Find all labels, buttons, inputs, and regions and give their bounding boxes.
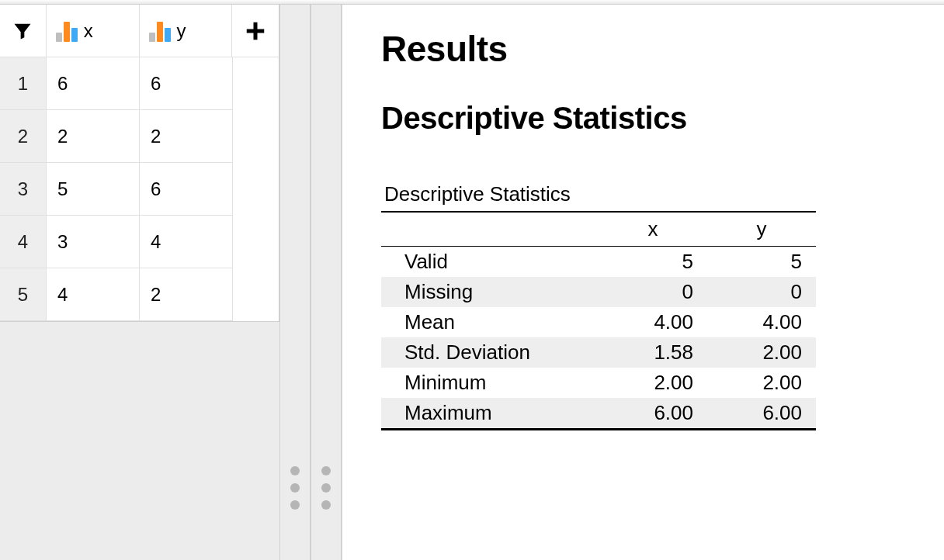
app-root: x y 1 6 — [0, 5, 944, 560]
cell-y[interactable]: 2 — [140, 110, 233, 163]
results-title: Results — [381, 28, 944, 70]
column-header-x[interactable]: x — [47, 5, 140, 57]
cell-x[interactable]: 5 — [47, 163, 140, 216]
stats-row: Mean 4.00 4.00 — [381, 307, 816, 337]
plus-icon — [244, 19, 267, 43]
table-row: 5 4 2 — [0, 268, 279, 321]
descriptives-table: x y Valid 5 5 Missing 0 0 Mean 4.00 — [381, 211, 816, 430]
stat-value-x: 0 — [599, 277, 707, 307]
row-number[interactable]: 3 — [0, 163, 47, 216]
filter-icon — [12, 20, 33, 42]
stat-value-x: 6.00 — [599, 398, 707, 430]
row-number[interactable]: 5 — [0, 268, 47, 321]
stat-value-y: 2.00 — [707, 337, 816, 368]
cell-y[interactable]: 6 — [140, 57, 233, 110]
stat-value-y: 4.00 — [707, 307, 816, 337]
cell-x[interactable]: 6 — [47, 57, 140, 110]
stat-value-x: 2.00 — [599, 368, 707, 398]
filter-button[interactable] — [0, 5, 47, 57]
stat-label: Maximum — [381, 398, 599, 430]
stat-value-y: 5 — [707, 247, 816, 278]
stat-value-x: 4.00 — [599, 307, 707, 337]
stats-row: Valid 5 5 — [381, 247, 816, 278]
stats-row: Std. Deviation 1.58 2.00 — [381, 337, 816, 368]
cell-x[interactable]: 4 — [47, 268, 140, 321]
stat-label: Missing — [381, 277, 599, 307]
results-panel: Results Descriptive Statistics Descripti… — [342, 5, 944, 560]
data-grid-header: x y — [0, 5, 279, 57]
data-panel: x y 1 6 — [0, 5, 279, 560]
column-header-label: x — [84, 20, 93, 42]
stat-value-y: 0 — [707, 277, 816, 307]
stats-row: Minimum 2.00 2.00 — [381, 368, 816, 398]
add-column-button[interactable] — [232, 5, 279, 57]
scale-icon — [56, 20, 78, 42]
splitter-handle-left[interactable] — [279, 5, 311, 560]
cell-y[interactable]: 4 — [140, 216, 233, 268]
stat-value-y: 6.00 — [707, 398, 816, 430]
cell-y[interactable]: 2 — [140, 268, 233, 321]
grip-dots-icon — [290, 466, 300, 510]
stats-header-y: y — [707, 212, 816, 247]
scale-icon — [149, 20, 171, 42]
stat-label: Minimum — [381, 368, 599, 398]
stat-value-x: 5 — [599, 247, 707, 278]
stats-row: Maximum 6.00 6.00 — [381, 398, 816, 430]
table-row: 4 3 4 — [0, 216, 279, 268]
row-number[interactable]: 2 — [0, 110, 47, 163]
cell-y[interactable]: 6 — [140, 163, 233, 216]
splitter-handle-right[interactable] — [311, 5, 342, 560]
column-header-y[interactable]: y — [140, 5, 233, 57]
table-row: 2 2 2 — [0, 110, 279, 163]
table-row: 3 5 6 — [0, 163, 279, 216]
stat-label: Std. Deviation — [381, 337, 599, 368]
stat-label: Valid — [381, 247, 599, 278]
results-section-title: Descriptive Statistics — [381, 101, 944, 136]
row-number[interactable]: 4 — [0, 216, 47, 268]
row-number[interactable]: 1 — [0, 57, 47, 110]
stat-value-y: 2.00 — [707, 368, 816, 398]
stats-header-x: x — [599, 212, 707, 247]
grip-dots-icon — [321, 466, 331, 510]
cell-x[interactable]: 2 — [47, 110, 140, 163]
stats-header-blank — [381, 212, 599, 247]
stats-row: Missing 0 0 — [381, 277, 816, 307]
column-header-label: y — [177, 20, 186, 42]
table-row: 1 6 6 — [0, 57, 279, 110]
data-grid: x y 1 6 — [0, 5, 279, 322]
table-caption: Descriptive Statistics — [384, 182, 944, 206]
stat-label: Mean — [381, 307, 599, 337]
cell-x[interactable]: 3 — [47, 216, 140, 268]
stat-value-x: 1.58 — [599, 337, 707, 368]
